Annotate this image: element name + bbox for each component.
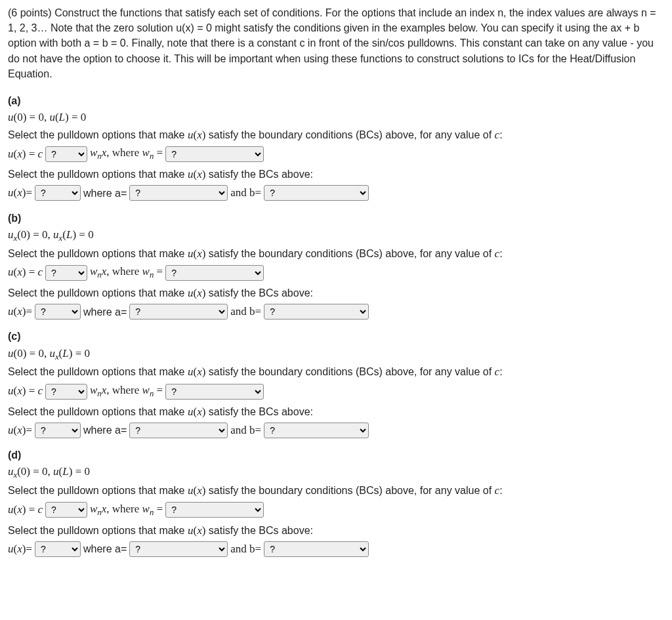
and-b-label: and b=	[230, 423, 261, 439]
where-a-label: where a=	[83, 304, 127, 320]
ux-equals-c: u(x) = c	[8, 146, 43, 163]
part-d-row2: u(x)= ? where a= ? and b= ?	[8, 541, 664, 558]
part-d-prompt1: Select the pulldown options that make u(…	[8, 483, 664, 499]
part-d: (d) ux(0) = 0, u(L) = 0 Select the pulld…	[8, 447, 664, 557]
part-b: (b) ux(0) = 0, ux(L) = 0 Select the pull…	[8, 211, 664, 320]
problem-intro: (6 points) Construct the functions that …	[8, 5, 664, 81]
part-d-a-select[interactable]: ?	[129, 541, 228, 557]
part-d-bc: ux(0) = 0, u(L) = 0	[8, 464, 664, 482]
part-a-prompt1: Select the pulldown options that make u(…	[8, 127, 664, 144]
where-a-label: where a=	[83, 186, 127, 201]
part-a-wn-select[interactable]: ?	[165, 146, 264, 162]
part-a-row1: u(x) = c ? wnx, where wn = ?	[8, 145, 664, 163]
wnx-label: wnx, where wn =	[90, 501, 163, 519]
and-b-label: and b=	[230, 185, 261, 201]
part-d-b-select[interactable]: ?	[264, 541, 369, 557]
part-a-axb-select[interactable]: ?	[35, 185, 81, 201]
part-a-bc: u(0) = 0, u(L) = 0	[8, 110, 664, 126]
and-b-label: and b=	[230, 541, 261, 558]
where-a-label: where a=	[83, 541, 127, 556]
part-c-label: (c)	[8, 329, 664, 344]
part-c-wn-select[interactable]: ?	[165, 384, 264, 400]
part-b-func-select[interactable]: ?	[45, 265, 87, 281]
part-c-axb-select[interactable]: ?	[35, 423, 81, 438]
part-b-wn-select[interactable]: ?	[165, 265, 264, 281]
part-c-bc: u(0) = 0, ux(L) = 0	[8, 346, 664, 363]
and-b-label: and b=	[230, 304, 261, 320]
part-c-a-select[interactable]: ?	[129, 423, 228, 438]
part-a-prompt2: Select the pulldown options that make u(…	[8, 167, 664, 183]
part-b-label: (b)	[8, 211, 664, 226]
ux-equals-c: u(x) = c	[8, 264, 43, 281]
part-c-func-select[interactable]: ?	[45, 384, 87, 400]
part-c: (c) u(0) = 0, ux(L) = 0 Select the pulld…	[8, 329, 664, 438]
part-a-label: (a)	[8, 93, 664, 108]
where-a-label: where a=	[83, 423, 127, 438]
part-d-axb-select[interactable]: ?	[35, 541, 81, 557]
ux-equals-c: u(x) = c	[8, 502, 43, 518]
wnx-label: wnx, where wn =	[90, 145, 163, 163]
part-b-prompt1: Select the pulldown options that make u(…	[8, 246, 664, 262]
part-b-a-select[interactable]: ?	[129, 304, 228, 320]
part-d-label: (d)	[8, 447, 664, 463]
part-a-func-select[interactable]: ?	[45, 146, 87, 162]
part-c-prompt1: Select the pulldown options that make u(…	[8, 364, 664, 381]
part-c-b-select[interactable]: ?	[264, 423, 369, 438]
part-b-row2: u(x)= ? where a= ? and b= ?	[8, 304, 664, 320]
part-c-row2: u(x)= ? where a= ? and b= ?	[8, 423, 664, 439]
ux-equals: u(x)=	[8, 185, 32, 201]
part-a-row2: u(x)= ? where a= ? and b= ?	[8, 185, 664, 201]
ux-equals: u(x)=	[8, 423, 32, 439]
part-d-prompt2: Select the pulldown options that make u(…	[8, 523, 664, 539]
part-d-row1: u(x) = c ? wnx, where wn = ?	[8, 501, 664, 519]
ux-equals: u(x)=	[8, 304, 32, 320]
part-b-axb-select[interactable]: ?	[35, 304, 81, 320]
part-d-wn-select[interactable]: ?	[165, 502, 264, 518]
part-b-b-select[interactable]: ?	[264, 304, 369, 320]
part-a: (a) u(0) = 0, u(L) = 0 Select the pulldo…	[8, 93, 664, 201]
part-c-prompt2: Select the pulldown options that make u(…	[8, 404, 664, 421]
part-b-bc: ux(0) = 0, ux(L) = 0	[8, 227, 664, 245]
ux-equals-c: u(x) = c	[8, 383, 43, 400]
part-d-func-select[interactable]: ?	[45, 502, 87, 518]
part-a-a-select[interactable]: ?	[129, 185, 228, 201]
part-c-row1: u(x) = c ? wnx, where wn = ?	[8, 382, 664, 400]
ux-equals: u(x)=	[8, 541, 32, 558]
part-b-row1: u(x) = c ? wnx, where wn = ?	[8, 264, 664, 281]
part-a-b-select[interactable]: ?	[264, 185, 369, 201]
wnx-label: wnx, where wn =	[90, 382, 163, 400]
wnx-label: wnx, where wn =	[90, 264, 163, 281]
part-b-prompt2: Select the pulldown options that make u(…	[8, 285, 664, 302]
